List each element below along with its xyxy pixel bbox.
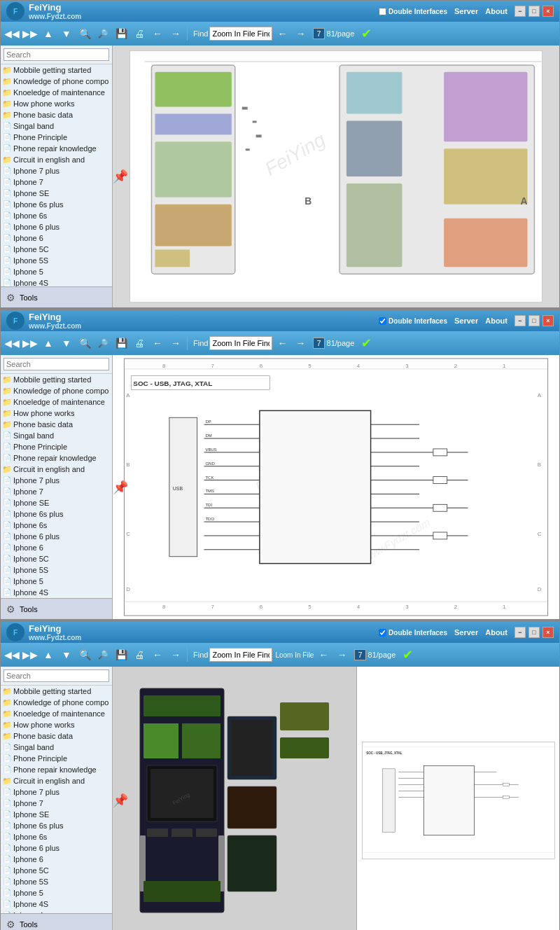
tree-item-tree3-6[interactable]: 📄Phone Principle <box>1 753 112 764</box>
tree-item-tree3-14[interactable]: 📄Iphone 6 plus <box>1 842 112 854</box>
find-next-2[interactable]: → <box>292 335 309 352</box>
tree-item-tree1-10[interactable]: 📄Iphone 7 <box>1 176 112 188</box>
tree-item-tree1-2[interactable]: 📁Knoeledge of maintenance <box>1 87 112 98</box>
back-btn-2[interactable]: ← <box>149 335 166 352</box>
tree-item-tree2-19[interactable]: 📄Iphone 4S <box>1 587 112 598</box>
tree-item-tree1-4[interactable]: 📁Phone basic data <box>1 109 112 120</box>
zoom-out-btn-1[interactable]: 🔎 <box>94 25 111 42</box>
tree-item-tree1-8[interactable]: 📁Circuit in english and <box>1 154 112 165</box>
find-next-3[interactable]: → <box>333 646 350 663</box>
tree-item-tree1-17[interactable]: 📄Iphone 5S <box>1 255 112 266</box>
down-btn-1[interactable]: ▼ <box>58 25 75 42</box>
prev-btn-1[interactable]: ◀◀ <box>4 25 20 42</box>
save-btn-3[interactable]: 💾 <box>113 646 130 663</box>
tree-item-tree3-16[interactable]: 📄Iphone 5C <box>1 865 112 876</box>
tree-item-tree1-12[interactable]: 📄Iphone 6s plus <box>1 199 112 210</box>
tree-item-tree3-12[interactable]: 📄Iphone 6s plus <box>1 820 112 831</box>
down-btn-3[interactable]: ▼ <box>58 646 75 663</box>
forward-btn-1[interactable]: → <box>167 25 184 42</box>
tree-item-tree3-7[interactable]: 📄Phone repair knowledge <box>1 764 112 775</box>
close-btn-1[interactable]: × <box>542 6 554 17</box>
double-interfaces-checkbox-1[interactable] <box>379 8 386 15</box>
tree-item-tree1-3[interactable]: 📁How phone works <box>1 98 112 109</box>
print-btn-2[interactable]: 🖨 <box>131 335 148 352</box>
tree-item-tree2-18[interactable]: 📄Iphone 5 <box>1 576 112 587</box>
tree-item-tree1-5[interactable]: 📄Singal band <box>1 120 112 132</box>
up-btn-2[interactable]: ▲ <box>40 335 57 352</box>
tree-item-tree3-19[interactable]: 📄Iphone 4S <box>1 898 112 910</box>
tree-item-tree3-10[interactable]: 📄Iphone 7 <box>1 798 112 809</box>
find-prev-3[interactable]: ← <box>315 646 332 663</box>
tree-item-tree2-3[interactable]: 📁How phone works <box>1 408 112 419</box>
zoom-out-btn-2[interactable]: 🔎 <box>94 335 111 352</box>
maximize-btn-1[interactable]: □ <box>528 6 540 17</box>
print-btn-3[interactable]: 🖨 <box>131 646 148 663</box>
page-number-1[interactable]: 7 <box>313 28 324 39</box>
forward-btn-3[interactable]: → <box>167 646 184 663</box>
tree-item-tree2-5[interactable]: 📄Singal band <box>1 430 112 441</box>
tree-item-tree2-1[interactable]: 📁Knowledge of phone compo <box>1 385 112 396</box>
server-link-1[interactable]: Server <box>454 7 478 15</box>
tree-item-tree2-4[interactable]: 📁Phone basic data <box>1 419 112 430</box>
tree-item-tree1-0[interactable]: 📁Mobbile getting started <box>1 64 112 76</box>
tree-item-tree3-17[interactable]: 📄Iphone 5S <box>1 876 112 887</box>
minimize-btn-2[interactable]: − <box>514 315 526 326</box>
about-link-3[interactable]: About <box>485 628 507 637</box>
tools-label-1[interactable]: Tools <box>20 293 38 302</box>
double-interfaces-checkbox-2[interactable] <box>379 317 386 325</box>
double-interfaces-check-3[interactable]: Double Interfaces <box>379 629 447 637</box>
about-link-2[interactable]: About <box>485 317 507 325</box>
zoom-in-btn-1[interactable]: 🔍 <box>76 25 93 42</box>
server-link-3[interactable]: Server <box>454 628 478 637</box>
tree-item-tree3-5[interactable]: 📄Singal band <box>1 742 112 753</box>
tree-item-tree3-2[interactable]: 📁Knoeledge of maintenance <box>1 708 112 719</box>
tree-item-tree2-0[interactable]: 📁Mobbile getting started <box>1 374 112 385</box>
tree-item-tree2-11[interactable]: 📄Iphone SE <box>1 497 112 508</box>
tree-item-tree3-9[interactable]: 📄Iphone 7 plus <box>1 786 112 798</box>
forward-btn-2[interactable]: → <box>167 335 184 352</box>
tree-item-tree3-8[interactable]: 📁Circuit in english and <box>1 775 112 786</box>
up-btn-1[interactable]: ▲ <box>40 25 57 42</box>
tree-item-tree3-15[interactable]: 📄Iphone 6 <box>1 854 112 865</box>
tree-item-tree2-9[interactable]: 📄Iphone 7 plus <box>1 475 112 486</box>
tree-item-tree1-1[interactable]: 📁Knowledge of phone compo <box>1 76 112 87</box>
tree-item-tree1-16[interactable]: 📄Iphone 5C <box>1 244 112 255</box>
tree-item-tree3-18[interactable]: 📄Iphone 5 <box>1 887 112 898</box>
zoom-in-btn-3[interactable]: 🔍 <box>76 646 93 663</box>
search-input-2[interactable] <box>4 358 109 370</box>
tree-item-tree2-13[interactable]: 📄Iphone 6s <box>1 520 112 531</box>
close-btn-3[interactable]: × <box>542 627 554 638</box>
zoom-in-btn-2[interactable]: 🔍 <box>76 335 93 352</box>
tree-item-tree3-3[interactable]: 📁How phone works <box>1 719 112 730</box>
double-interfaces-check-2[interactable]: Double Interfaces <box>379 317 447 325</box>
tools-label-3[interactable]: Tools <box>20 920 38 929</box>
minimize-btn-3[interactable]: − <box>514 627 526 638</box>
up-btn-3[interactable]: ▲ <box>40 646 57 663</box>
tree-item-tree2-10[interactable]: 📄Iphone 7 <box>1 486 112 497</box>
down-btn-2[interactable]: ▼ <box>58 335 75 352</box>
tree-item-tree1-7[interactable]: 📄Phone repair knowledge <box>1 143 112 154</box>
tools-label-2[interactable]: Tools <box>20 605 38 613</box>
tree-item-tree2-8[interactable]: 📁Circuit in english and <box>1 464 112 475</box>
double-interfaces-checkbox-3[interactable] <box>379 629 386 637</box>
tree-item-tree1-6[interactable]: 📄Phone Principle <box>1 132 112 143</box>
tree-item-tree2-12[interactable]: 📄Iphone 6s plus <box>1 508 112 520</box>
find-prev-2[interactable]: ← <box>274 335 290 352</box>
save-btn-2[interactable]: 💾 <box>113 335 130 352</box>
tree-item-tree1-9[interactable]: 📄Iphone 7 plus <box>1 165 112 176</box>
search-input-1[interactable] <box>4 48 109 61</box>
next-btn-2[interactable]: ▶▶ <box>22 335 38 352</box>
tree-item-tree1-13[interactable]: 📄Iphone 6s <box>1 210 112 221</box>
tree-item-tree3-1[interactable]: 📁Knowledge of phone compo <box>1 697 112 708</box>
server-link-2[interactable]: Server <box>454 317 478 325</box>
prev-btn-3[interactable]: ◀◀ <box>4 646 20 663</box>
back-btn-3[interactable]: ← <box>149 646 166 663</box>
content-area-3[interactable]: 📌 <box>113 667 559 930</box>
tree-item-tree3-0[interactable]: 📁Mobbile getting started <box>1 686 112 697</box>
prev-btn-2[interactable]: ◀◀ <box>4 335 20 352</box>
maximize-btn-2[interactable]: □ <box>528 315 540 326</box>
next-btn-1[interactable]: ▶▶ <box>22 25 38 42</box>
tree-item-tree3-13[interactable]: 📄Iphone 6s <box>1 831 112 842</box>
maximize-btn-3[interactable]: □ <box>528 627 540 638</box>
find-input-2[interactable] <box>209 336 272 350</box>
